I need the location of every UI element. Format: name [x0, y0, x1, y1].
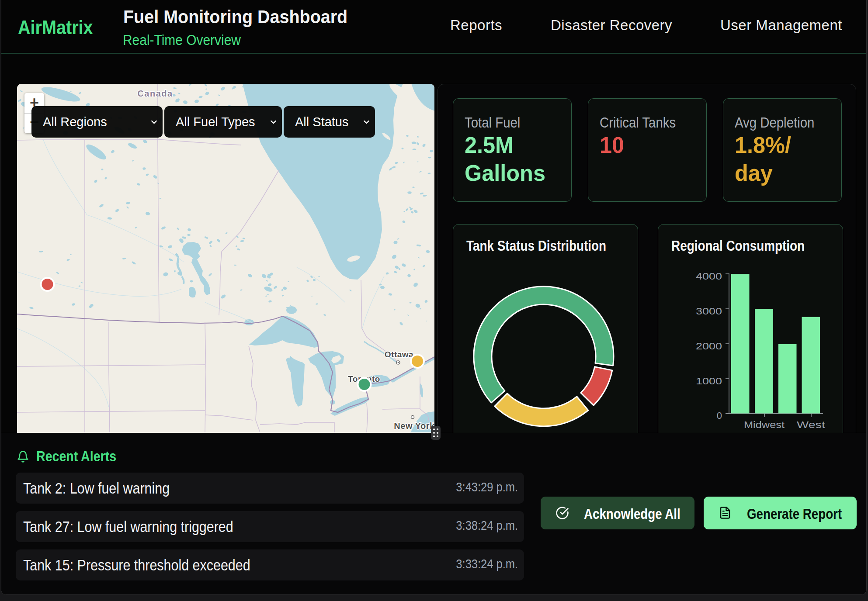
svg-text:3000: 3000: [696, 306, 722, 317]
svg-text:Canada: Canada: [137, 89, 173, 98]
svg-text:Ottawa: Ottawa: [385, 350, 413, 359]
svg-text:1000: 1000: [696, 376, 722, 387]
svg-text:0: 0: [717, 410, 722, 421]
svg-text:2000: 2000: [696, 341, 722, 352]
svg-text:New York: New York: [394, 421, 434, 431]
svg-text:West: West: [797, 419, 825, 430]
svg-text:4000: 4000: [696, 271, 722, 282]
svg-text:Midwest: Midwest: [744, 419, 785, 430]
